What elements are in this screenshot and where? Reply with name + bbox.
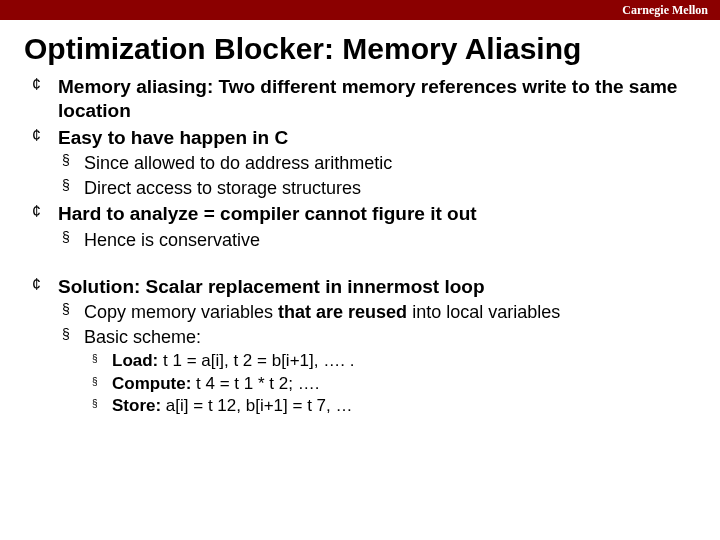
square-icon: § <box>62 229 84 252</box>
square-small-icon: § <box>92 373 112 394</box>
text-part: t 1 = a[i], t 2 = b[i+1], …. . <box>158 351 354 370</box>
topbar: Carnegie Mellon <box>0 0 720 20</box>
text-part: into local variables <box>407 302 560 322</box>
text-bold: Load: <box>112 351 158 370</box>
square-icon: § <box>62 177 84 200</box>
bullet-text: Direct access to storage structures <box>84 177 696 200</box>
text-bold: that are reused <box>278 302 407 322</box>
bullet-l2: § Basic scheme: <box>62 326 696 349</box>
bullet-text: Since allowed to do address arithmetic <box>84 152 696 175</box>
bullet-text: Hence is conservative <box>84 229 696 252</box>
bullet-l2: § Copy memory variables that are reused … <box>62 301 696 324</box>
bullet-l3: § Load: t 1 = a[i], t 2 = b[i+1], …. . <box>92 350 696 371</box>
spacer <box>32 254 696 272</box>
text-part: Copy memory variables <box>84 302 278 322</box>
slide: Carnegie Mellon Optimization Blocker: Me… <box>0 0 720 540</box>
ring-icon: ¢ <box>32 275 58 299</box>
square-icon: § <box>62 326 84 349</box>
bullet-l2: § Hence is conservative <box>62 229 696 252</box>
square-small-icon: § <box>92 350 112 371</box>
slide-title: Optimization Blocker: Memory Aliasing <box>0 20 720 72</box>
bullet-text: Basic scheme: <box>84 326 696 349</box>
content: ¢ Memory aliasing: Two different memory … <box>0 75 720 416</box>
text-part: a[i] = t 12, b[i+1] = t 7, … <box>161 396 352 415</box>
bullet-text: Compute: t 4 = t 1 * t 2; …. <box>112 373 696 394</box>
bullet-l2: § Since allowed to do address arithmetic <box>62 152 696 175</box>
text-part: t 4 = t 1 * t 2; …. <box>191 374 319 393</box>
bullet-l1: ¢ Solution: Scalar replacement in innerm… <box>32 275 696 299</box>
bullet-text: Hard to analyze = compiler cannot figure… <box>58 202 696 226</box>
bullet-text: Load: t 1 = a[i], t 2 = b[i+1], …. . <box>112 350 696 371</box>
bullet-l1: ¢ Hard to analyze = compiler cannot figu… <box>32 202 696 226</box>
bullet-text: Copy memory variables that are reused in… <box>84 301 696 324</box>
ring-icon: ¢ <box>32 75 58 123</box>
bullet-l1: ¢ Memory aliasing: Two different memory … <box>32 75 696 123</box>
bullet-l3: § Compute: t 4 = t 1 * t 2; …. <box>92 373 696 394</box>
text-bold: Store: <box>112 396 161 415</box>
bullet-text: Store: a[i] = t 12, b[i+1] = t 7, … <box>112 395 696 416</box>
bullet-l2: § Direct access to storage structures <box>62 177 696 200</box>
bullet-l3: § Store: a[i] = t 12, b[i+1] = t 7, … <box>92 395 696 416</box>
bullet-text: Solution: Scalar replacement in innermos… <box>58 275 696 299</box>
square-icon: § <box>62 152 84 175</box>
bullet-text: Memory aliasing: Two different memory re… <box>58 75 696 123</box>
bullet-l1: ¢ Easy to have happen in C <box>32 126 696 150</box>
square-small-icon: § <box>92 395 112 416</box>
square-icon: § <box>62 301 84 324</box>
ring-icon: ¢ <box>32 126 58 150</box>
brand: Carnegie Mellon <box>622 3 708 18</box>
ring-icon: ¢ <box>32 202 58 226</box>
text-bold: Compute: <box>112 374 191 393</box>
bullet-text: Easy to have happen in C <box>58 126 696 150</box>
